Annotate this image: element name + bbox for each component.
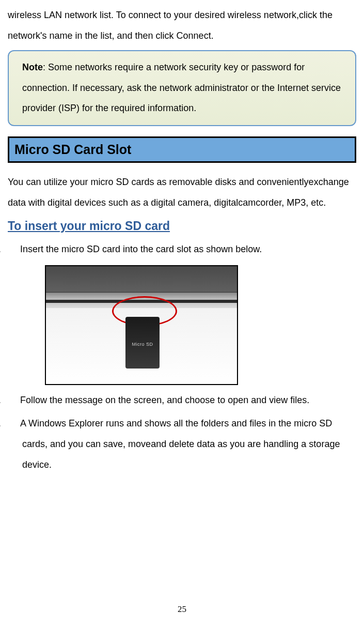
step-1: 1.Insert the micro SD card into the card… [8,239,356,260]
page-number: 25 [8,604,356,615]
micro-sd-card: Micro SD [125,317,160,369]
sd-card-figure: Micro SD [45,265,356,385]
note-text: : Some networks require a network securi… [22,62,341,113]
step-2: 2.Follow the message on the screen, and … [8,390,356,411]
step-1-text: Insert the micro SD card into the card s… [20,244,262,254]
step-3-text: A Windows Explorer runs and shows all th… [20,418,340,469]
document-page: wireless LAN network list. To connect to… [0,0,364,625]
step-3: 3.A Windows Explorer runs and shows all … [8,413,356,475]
step-2-text: Follow the message on the screen, and ch… [20,395,309,405]
step-2-num: 2. [8,390,20,411]
sub-heading: To insert your micro SD card [8,219,356,233]
note-label: Note [22,62,43,72]
sd-card-label: Micro SD [125,317,160,347]
intro-paragraph: wireless LAN network list. To connect to… [8,5,356,46]
section-header: Micro SD Card Slot [8,136,356,163]
sd-card-image: Micro SD [45,265,238,385]
section-intro: You can utilize your micro SD cards as r… [8,172,356,213]
step-1-num: 1. [8,239,20,260]
note-callout: Note: Some networks require a network se… [8,50,356,126]
step-3-num: 3. [8,413,20,434]
